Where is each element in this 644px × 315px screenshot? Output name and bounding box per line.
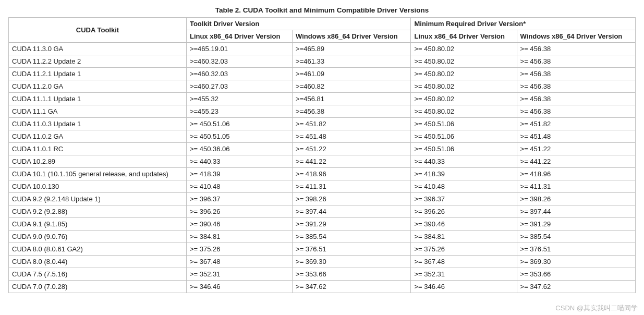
table-row: CUDA 11.1.1 Update 1>=455.32>=456.81>= 4… [9, 93, 636, 105]
cell-m_win: >= 398.26 [517, 193, 635, 205]
cell-toolkit: CUDA 11.0.3 Update 1 [9, 118, 187, 130]
cell-t_linux: >= 367.48 [186, 256, 292, 268]
cell-m_win: >= 456.38 [517, 93, 635, 105]
cell-m_linux: >= 450.80.02 [411, 68, 517, 80]
col-header-toolkit-driver: Toolkit Driver Version [186, 18, 411, 30]
table-row: CUDA 11.2.1 Update 1>=460.32.03>=461.09>… [9, 68, 636, 80]
table-row: CUDA 7.5 (7.5.16)>= 352.31>= 353.66>= 35… [9, 268, 636, 281]
cell-m_win: >= 353.66 [517, 268, 635, 281]
cell-t_linux: >= 396.26 [186, 205, 292, 218]
cell-m_linux: >= 410.48 [411, 180, 517, 193]
cell-t_win: >= 418.96 [293, 168, 411, 180]
cell-t_linux: >= 390.46 [186, 218, 292, 231]
cell-m_win: >= 451.82 [517, 118, 635, 130]
cell-m_win: >= 456.38 [517, 105, 635, 118]
cell-t_win: >= 376.51 [293, 243, 411, 256]
table-row: CUDA 10.1 (10.1.105 general release, and… [9, 168, 636, 180]
table-row: CUDA 10.2.89>= 440.33>= 441.22>= 440.33>… [9, 155, 636, 168]
cell-m_linux: >= 450.51.06 [411, 130, 517, 143]
cell-toolkit: CUDA 8.0 (8.0.61 GA2) [9, 243, 187, 256]
cell-toolkit: CUDA 11.1.1 Update 1 [9, 93, 187, 105]
cell-m_win: >= 347.62 [517, 281, 635, 293]
cell-t_win: >= 411.31 [293, 180, 411, 193]
cell-t_win: >=461.09 [293, 68, 411, 80]
cell-t_win: >= 385.54 [293, 231, 411, 243]
table-row: CUDA 11.2.0 GA>=460.27.03>=460.82>= 450.… [9, 80, 636, 93]
col-header-m-win: Windows x86_64 Driver Version [517, 30, 635, 43]
cell-t_linux: >= 384.81 [186, 231, 292, 243]
cell-toolkit: CUDA 11.2.0 GA [9, 80, 187, 93]
cell-t_linux: >= 450.51.05 [186, 130, 292, 143]
cell-m_win: >= 397.44 [517, 205, 635, 218]
cell-toolkit: CUDA 7.5 (7.5.16) [9, 268, 187, 281]
cell-m_linux: >= 384.81 [411, 231, 517, 243]
col-header-toolkit: CUDA Toolkit [9, 18, 187, 43]
cell-t_linux: >= 418.39 [186, 168, 292, 180]
table-row: CUDA 11.2.2 Update 2>=460.32.03>=461.33>… [9, 55, 636, 68]
cell-m_linux: >= 396.26 [411, 205, 517, 218]
cell-m_win: >= 385.54 [517, 231, 635, 243]
cell-t_linux: >= 375.26 [186, 243, 292, 256]
cell-t_win: >= 397.44 [293, 205, 411, 218]
table-row: CUDA 11.0.2 GA>= 450.51.05>= 451.48>= 45… [9, 130, 636, 143]
col-header-min-driver: Minimum Required Driver Version* [411, 18, 636, 30]
cell-toolkit: CUDA 9.2 (9.2.148 Update 1) [9, 193, 187, 205]
cell-t_win: >=456.38 [293, 105, 411, 118]
cell-t_linux: >= 450.36.06 [186, 143, 292, 155]
cell-m_linux: >= 396.37 [411, 193, 517, 205]
table-row: CUDA 10.0.130>= 410.48>= 411.31>= 410.48… [9, 180, 636, 193]
cell-t_win: >= 369.30 [293, 256, 411, 268]
cell-m_linux: >= 450.80.02 [411, 43, 517, 55]
cell-m_win: >= 451.22 [517, 143, 635, 155]
cell-m_linux: >= 367.48 [411, 256, 517, 268]
cell-toolkit: CUDA 11.1 GA [9, 105, 187, 118]
cell-m_win: >= 411.31 [517, 180, 635, 193]
table-row: CUDA 9.0 (9.0.76)>= 384.81>= 385.54>= 38… [9, 231, 636, 243]
table-row: CUDA 9.2 (9.2.148 Update 1)>= 396.37>= 3… [9, 193, 636, 205]
cell-t_win: >= 391.29 [293, 218, 411, 231]
cell-m_win: >= 391.29 [517, 218, 635, 231]
cell-t_linux: >=460.32.03 [186, 68, 292, 80]
cell-t_linux: >= 346.46 [186, 281, 292, 293]
cell-t_linux: >=455.32 [186, 93, 292, 105]
cell-m_linux: >= 450.80.02 [411, 93, 517, 105]
cell-m_linux: >= 418.39 [411, 168, 517, 180]
cell-t_linux: >= 410.48 [186, 180, 292, 193]
cell-m_linux: >= 375.26 [411, 243, 517, 256]
cell-toolkit: CUDA 11.2.2 Update 2 [9, 55, 187, 68]
cell-toolkit: CUDA 9.0 (9.0.76) [9, 231, 187, 243]
table-row: CUDA 11.1 GA>=455.23>=456.38>= 450.80.02… [9, 105, 636, 118]
table-row: CUDA 11.0.3 Update 1>= 450.51.06>= 451.8… [9, 118, 636, 130]
cell-t_win: >=456.81 [293, 93, 411, 105]
cell-toolkit: CUDA 11.2.1 Update 1 [9, 68, 187, 80]
cell-toolkit: CUDA 9.2 (9.2.88) [9, 205, 187, 218]
table-row: CUDA 9.1 (9.1.85)>= 390.46>= 391.29>= 39… [9, 218, 636, 231]
cell-m_linux: >= 450.80.02 [411, 80, 517, 93]
cell-m_win: >= 418.96 [517, 168, 635, 180]
cell-t_linux: >= 440.33 [186, 155, 292, 168]
cuda-compat-table: CUDA Toolkit Toolkit Driver Version Mini… [8, 17, 636, 293]
cell-toolkit: CUDA 9.1 (9.1.85) [9, 218, 187, 231]
table-row: CUDA 9.2 (9.2.88)>= 396.26>= 397.44>= 39… [9, 205, 636, 218]
cell-m_win: >= 441.22 [517, 155, 635, 168]
cell-m_win: >= 369.30 [517, 256, 635, 268]
cell-t_win: >= 347.62 [293, 281, 411, 293]
table-row: CUDA 8.0 (8.0.44)>= 367.48>= 369.30>= 36… [9, 256, 636, 268]
cell-toolkit: CUDA 8.0 (8.0.44) [9, 256, 187, 268]
cell-toolkit: CUDA 11.0.1 RC [9, 143, 187, 155]
cell-toolkit: CUDA 11.0.2 GA [9, 130, 187, 143]
table-body: CUDA 11.3.0 GA>=465.19.01>=465.89>= 450.… [9, 43, 636, 293]
cell-m_linux: >= 346.46 [411, 281, 517, 293]
cell-toolkit: CUDA 10.1 (10.1.105 general release, and… [9, 168, 187, 180]
cell-t_win: >= 451.82 [293, 118, 411, 130]
cell-t_win: >= 451.48 [293, 130, 411, 143]
cell-m_win: >= 456.38 [517, 43, 635, 55]
cell-toolkit: CUDA 7.0 (7.0.28) [9, 281, 187, 293]
cell-t_win: >= 398.26 [293, 193, 411, 205]
cell-t_linux: >=460.27.03 [186, 80, 292, 93]
cell-m_win: >= 456.38 [517, 68, 635, 80]
table-row: CUDA 8.0 (8.0.61 GA2)>= 375.26>= 376.51>… [9, 243, 636, 256]
cell-m_win: >= 456.38 [517, 80, 635, 93]
cell-t_win: >=465.89 [293, 43, 411, 55]
cell-toolkit: CUDA 10.2.89 [9, 155, 187, 168]
